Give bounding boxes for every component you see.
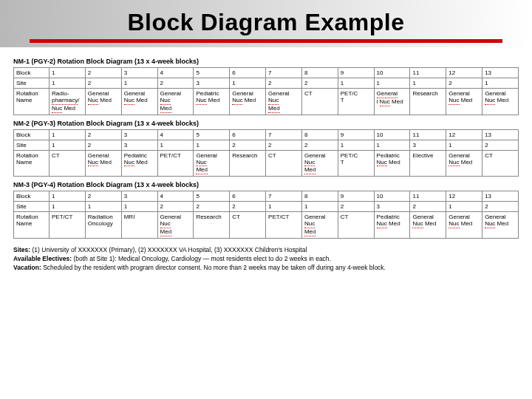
cell: 1 — [446, 140, 482, 150]
cell: 3 — [121, 68, 157, 78]
cell: General Nuc Med — [410, 212, 446, 239]
cell: 1 — [266, 202, 302, 212]
cell: 13 — [482, 129, 519, 140]
cell: 2 — [85, 129, 121, 140]
cell: 1 — [50, 191, 86, 202]
cell: MRI — [121, 212, 157, 239]
row-label: Block — [14, 68, 50, 78]
cell: 4 — [157, 68, 194, 78]
cell: 1 — [338, 78, 374, 89]
table-caption: NM-1 (PGY-2) Rotation Block Diagram (13 … — [13, 58, 519, 65]
cell: Generall Nuc Med — [374, 89, 410, 115]
cell: General Nuc Med — [230, 89, 266, 115]
cell: 6 — [230, 68, 266, 78]
cell: 1 — [482, 78, 519, 89]
electives-text: (both at Site 1): Medical Oncology, Card… — [73, 255, 331, 262]
cell: 1 — [85, 202, 121, 212]
cell: 1 — [374, 78, 410, 89]
cell: 3 — [374, 202, 410, 212]
cell: 2 — [85, 78, 121, 89]
cell: General Nuc Med — [446, 212, 482, 239]
cell: 2 — [157, 78, 194, 89]
cell: 2 — [230, 202, 266, 212]
cell: 13 — [482, 191, 519, 202]
cell: 8 — [301, 191, 338, 202]
cell: PET/CT — [338, 150, 374, 177]
cell: General NucMed — [194, 150, 230, 177]
cell: Pediatric Nuc Med — [374, 150, 410, 177]
vacation-label: Vacation: — [13, 264, 41, 271]
slide-title: Block Diagram Example — [0, 9, 532, 36]
cell: 1 — [121, 78, 157, 89]
cell: General Nuc Med — [85, 150, 121, 177]
block-table-2: Block12345678910111213Site1231122211312R… — [13, 129, 519, 177]
cell: 7 — [266, 68, 302, 78]
cell: 1 — [157, 140, 194, 150]
vacation-text: Scheduled by the resident with program d… — [43, 264, 386, 271]
cell: 12 — [446, 68, 482, 78]
cell: 3 — [194, 78, 230, 89]
cell: 7 — [266, 129, 302, 140]
row-label: Rotation Name — [14, 89, 50, 115]
cell: 2 — [194, 202, 230, 212]
cell: PET/CT — [266, 212, 302, 239]
cell: 1 — [446, 202, 482, 212]
cell: 2 — [85, 191, 121, 202]
cell: 3 — [121, 140, 157, 150]
row-label: Site — [14, 140, 50, 150]
table-row: Rotation NameRadio-pharmacy/Nuc MedGener… — [14, 89, 519, 115]
cell: General NucMed — [157, 212, 194, 239]
cell: 2 — [85, 140, 121, 150]
cell: General Nuc Med — [446, 89, 482, 115]
sites-label: Sites: — [13, 246, 30, 253]
cell: Research — [230, 150, 266, 177]
cell: 5 — [194, 129, 230, 140]
cell: CT — [266, 150, 302, 177]
cell: PET/CT — [50, 212, 86, 239]
cell: 1 — [194, 140, 230, 150]
cell: CT — [230, 212, 266, 239]
row-label: Rotation Name — [14, 212, 50, 239]
cell: 11 — [410, 68, 446, 78]
cell: General NucMed — [266, 89, 302, 115]
cell: Pediatric Nuc Med — [374, 212, 410, 239]
table-caption: NM-3 (PGY-4) Rotation Block Diagram (13 … — [13, 181, 519, 188]
cell: General Nuc Med — [85, 89, 121, 115]
footer-notes: Sites: (1) University of XXXXXXX (Primar… — [13, 246, 519, 273]
title-underline — [30, 39, 502, 43]
cell: 4 — [157, 191, 194, 202]
row-label: Site — [14, 202, 50, 212]
cell: 2 — [410, 202, 446, 212]
cell: 12 — [446, 191, 482, 202]
cell: Radiation Oncology — [85, 212, 121, 239]
footer-vacation: Vacation: Scheduled by the resident with… — [13, 264, 519, 273]
cell: Elective — [410, 150, 446, 177]
cell: General Nuc Med — [446, 150, 482, 177]
row-label: Block — [14, 129, 50, 140]
electives-label: Available Electives: — [13, 255, 72, 262]
cell: 2 — [266, 140, 302, 150]
cell: PET/CT — [157, 150, 194, 177]
slide-header: Block Diagram Example — [0, 0, 532, 47]
cell: 2 — [482, 202, 519, 212]
cell: 1 — [50, 68, 86, 78]
row-label: Block — [14, 191, 50, 202]
cell: 1 — [338, 140, 374, 150]
cell: 1 — [410, 78, 446, 89]
table-row: Block12345678910111213 — [14, 68, 519, 78]
cell: 2 — [301, 140, 338, 150]
cell: 9 — [338, 129, 374, 140]
cell: Radio-pharmacy/Nuc Med — [50, 89, 86, 115]
cell: 1 — [301, 202, 338, 212]
cell: 1 — [50, 129, 86, 140]
cell: General Nuc Med — [482, 212, 519, 239]
cell: 10 — [374, 129, 410, 140]
cell: CT — [50, 150, 86, 177]
cell: 9 — [338, 68, 374, 78]
table-caption: NM-2 (PGY-3) Rotation Block Diagram (13 … — [13, 120, 519, 127]
cell: 6 — [230, 191, 266, 202]
cell: 5 — [194, 191, 230, 202]
cell: 1 — [50, 202, 86, 212]
tables-host: NM-1 (PGY-2) Rotation Block Diagram (13 … — [13, 58, 519, 239]
table-row: Site1212312211121 — [14, 78, 519, 89]
